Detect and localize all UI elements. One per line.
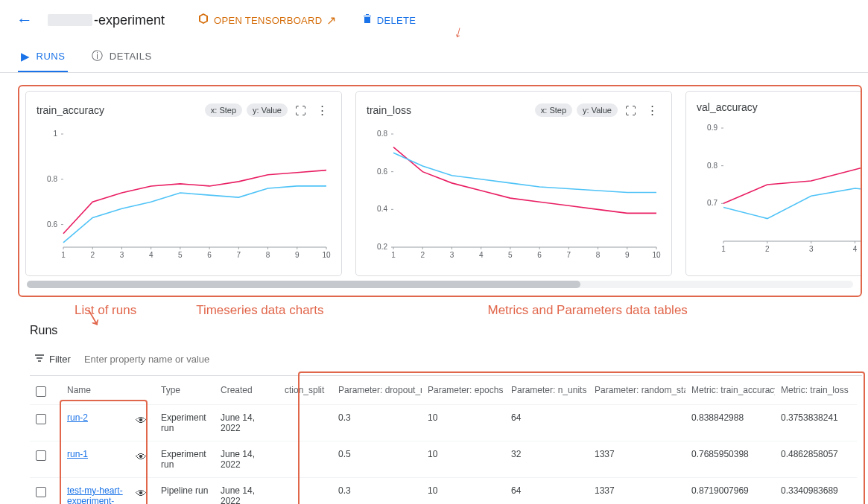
col-type[interactable]: Type — [155, 377, 215, 405]
row-name[interactable]: run-1 — [61, 441, 130, 478]
row-nunits: 64 — [505, 405, 589, 441]
svg-text:3: 3 — [809, 245, 814, 253]
svg-text:1: 1 — [53, 130, 57, 138]
eye-icon: 👁 — [136, 414, 147, 427]
svg-text:9: 9 — [295, 251, 300, 259]
more-vert-icon[interactable]: ⋮ — [314, 101, 331, 120]
col-trainacc[interactable]: Metric: train_accuracy — [685, 377, 775, 405]
back-arrow-icon[interactable]: ← — [12, 7, 37, 33]
page-title: -experiment — [48, 13, 165, 28]
fullscreen-icon[interactable]: ⛶ — [622, 101, 639, 120]
row-trainacc: 0.7685950398 — [685, 441, 775, 478]
row-visibility[interactable]: 👁 — [130, 405, 155, 441]
svg-text:10: 10 — [322, 251, 331, 259]
row-split — [279, 405, 332, 441]
filter-button[interactable]: Filter — [30, 351, 75, 368]
svg-text:0.4: 0.4 — [377, 205, 387, 213]
chart-y-pill[interactable]: y: Value — [247, 103, 288, 117]
chart-svg: 0.60.8112345678910 — [37, 126, 331, 267]
svg-text:2: 2 — [765, 245, 770, 253]
row-checkbox[interactable] — [30, 441, 52, 478]
chart-card-val-accuracy: val_accuracy x: Step 0.70.80.9123456 — [685, 91, 862, 276]
svg-text:0.8: 0.8 — [707, 162, 717, 170]
chart-card-train-loss: train_loss x: Step y: Value ⛶ ⋮ 0.20.40.… — [355, 91, 672, 276]
title-redacted — [48, 14, 92, 26]
col-name[interactable]: Name — [61, 377, 130, 405]
col-split[interactable]: ction_split — [279, 377, 332, 405]
annotation-row: List of runs Timeseries data charts Metr… — [0, 300, 868, 319]
svg-text:6: 6 — [537, 251, 542, 259]
col-nunits[interactable]: Parameter: n_units — [505, 377, 589, 405]
svg-text:0.8: 0.8 — [377, 130, 387, 138]
select-all-checkbox[interactable] — [36, 386, 46, 397]
svg-text:4: 4 — [479, 251, 484, 259]
row-visibility[interactable]: 👁 — [130, 441, 155, 478]
svg-text:8: 8 — [266, 251, 270, 259]
play-icon: ▶ — [21, 50, 31, 63]
annot-list-runs: List of runs — [75, 303, 136, 318]
row-random: 1337 — [589, 441, 685, 478]
open-tensorboard-button[interactable]: OPEN TENSORBOARD ↗ — [190, 8, 344, 32]
col-random[interactable]: Parameter: random_state — [589, 377, 685, 405]
chart-title: train_loss — [367, 104, 411, 116]
row-epochs: 10 — [422, 405, 505, 441]
tab-runs-label: RUNS — [37, 51, 66, 62]
svg-text:9: 9 — [625, 251, 630, 259]
row-name[interactable]: run-2 — [61, 405, 130, 441]
charts-scrollbar[interactable] — [27, 281, 853, 288]
info-icon: ⓘ — [92, 49, 104, 63]
col-created[interactable]: Created — [215, 377, 279, 405]
svg-text:6: 6 — [207, 251, 212, 259]
table-wrapper: NameTypeCreatedction_splitParameter: dro… — [30, 377, 862, 504]
svg-text:3: 3 — [120, 251, 124, 259]
row-trainloss: 0.4862858057 — [775, 441, 857, 478]
row-random — [589, 405, 685, 441]
filter-input[interactable] — [83, 353, 862, 366]
row-visibility[interactable]: 👁 — [130, 478, 155, 504]
more-vert-icon[interactable]: ⋮ — [644, 101, 661, 120]
svg-text:7: 7 — [567, 251, 571, 259]
svg-text:1: 1 — [721, 245, 726, 253]
col-epochs[interactable]: Parameter: epochs — [422, 377, 505, 405]
svg-text:0.8: 0.8 — [47, 175, 57, 183]
row-created: June 14, 2022 — [215, 441, 279, 478]
row-trainacc: 0.8719007969 — [685, 478, 775, 504]
tab-bar: ▶ RUNS ⓘ DETAILS — [0, 36, 868, 73]
charts-region: train_accuracy x: Step y: Value ⛶ ⋮ 0.60… — [18, 85, 862, 297]
runs-table: NameTypeCreatedction_splitParameter: dro… — [30, 377, 862, 504]
row-checkbox[interactable] — [30, 478, 52, 504]
col-trainloss[interactable]: Metric: train_loss — [775, 377, 857, 405]
chart-y-pill[interactable]: y: Value — [577, 103, 618, 117]
row-name[interactable]: test-my-heart-experiment-pipeline-run — [61, 478, 130, 504]
delete-button[interactable]: DELETE — [355, 9, 423, 31]
chart-x-pill[interactable]: x: Step — [205, 103, 242, 117]
chart-x-pill[interactable]: x: Step — [535, 103, 572, 117]
svg-text:0.2: 0.2 — [377, 243, 387, 251]
open-tensorboard-label: OPEN TENSORBOARD — [214, 15, 322, 26]
svg-text:5: 5 — [508, 251, 513, 259]
svg-text:2: 2 — [420, 251, 425, 259]
fullscreen-icon[interactable]: ⛶ — [292, 101, 309, 120]
row-dropout: 0.3 — [332, 478, 422, 504]
col-dropout[interactable]: Parameter: dropout_rate — [332, 377, 422, 405]
svg-text:7: 7 — [237, 251, 241, 259]
tab-details-label: DETAILS — [110, 51, 152, 62]
scrollbar-thumb[interactable] — [27, 281, 580, 288]
row-nunits: 32 — [505, 441, 589, 478]
tab-details[interactable]: ⓘ DETAILS — [89, 43, 154, 72]
chart-svg: 0.70.80.9123456 — [697, 120, 862, 261]
row-random: 1337 — [589, 478, 685, 504]
eye-icon: 👁 — [136, 450, 147, 463]
delete-label: DELETE — [377, 15, 416, 26]
tab-runs[interactable]: ▶ RUNS — [18, 43, 68, 72]
row-nunits: 64 — [505, 478, 589, 504]
runs-heading: Runs — [30, 324, 862, 337]
svg-text:1: 1 — [61, 251, 66, 259]
chart-title: train_accuracy — [37, 104, 104, 116]
svg-text:10: 10 — [652, 251, 661, 259]
svg-text:5: 5 — [178, 251, 183, 259]
row-trainloss: 0.3753838241 — [775, 405, 857, 441]
row-dropout: 0.3 — [332, 405, 422, 441]
row-checkbox[interactable] — [30, 405, 52, 441]
svg-text:0.6: 0.6 — [377, 168, 387, 176]
